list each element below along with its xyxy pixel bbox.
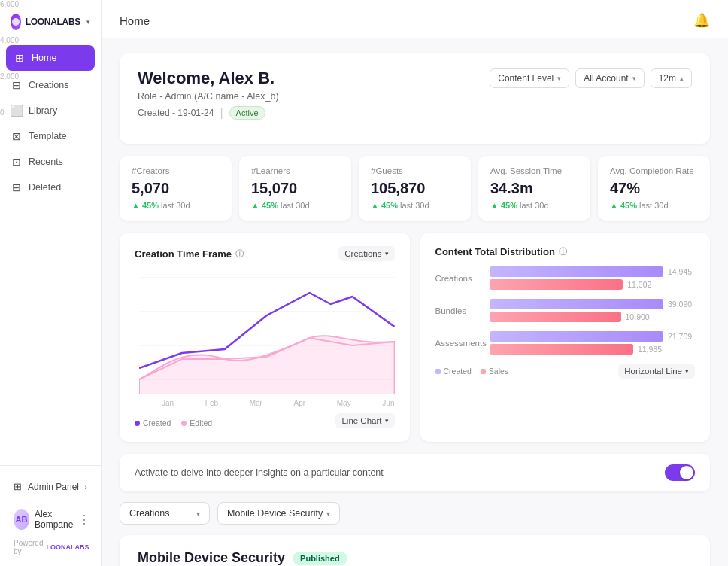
chart-legend: Created Edited bbox=[135, 418, 212, 428]
stat-label: Avg. Completion Rate bbox=[610, 166, 698, 175]
toggle-knob bbox=[680, 466, 693, 479]
bar-sales bbox=[490, 279, 623, 290]
content-area: Welcome, Alex B. Role - Admin (A/C name … bbox=[102, 38, 728, 566]
stat-card: #Guests 105,870 ▲ 45% last 30d bbox=[359, 156, 471, 221]
bar-group: Creations 14,945 11,002 bbox=[435, 266, 696, 290]
content-title-row: Mobile Device Security Published bbox=[138, 550, 692, 566]
category-select[interactable]: Creations ▾ bbox=[120, 502, 210, 525]
sidebar-item-label: Deleted bbox=[29, 182, 61, 193]
logo-caret[interactable]: ▾ bbox=[86, 18, 90, 26]
bar-sales bbox=[490, 344, 633, 355]
notification-icon[interactable]: 🔔 bbox=[693, 12, 710, 29]
legend-edited: Edited bbox=[181, 418, 212, 428]
chevron-down-icon: ▾ bbox=[557, 75, 561, 82]
bars-col: 21,709 11,985 bbox=[490, 331, 696, 355]
admin-panel-label: Admin Panel bbox=[28, 482, 79, 492]
stat-change: ▲ 45% last 30d bbox=[610, 201, 698, 210]
welcome-info: Welcome, Alex B. Role - Admin (A/C name … bbox=[138, 68, 279, 120]
stat-card: #Creators 5,070 ▲ 45% last 30d bbox=[120, 156, 232, 221]
bar-value-sales: 10,900 bbox=[626, 312, 653, 321]
stat-value: 47% bbox=[610, 180, 698, 197]
sidebar-item-recents[interactable]: ⊡ Recents bbox=[0, 149, 101, 175]
stat-change: ▲ 45% last 30d bbox=[132, 201, 220, 210]
bar-group: Bundles 39,090 10,900 bbox=[435, 299, 696, 322]
all-account-filter[interactable]: All Account ▾ bbox=[575, 68, 644, 88]
bar-wrap-sales: 10,900 bbox=[490, 312, 696, 322]
stat-change: ▲ 45% last 30d bbox=[490, 201, 578, 210]
bar-created bbox=[490, 299, 664, 309]
bar-label: Assessments bbox=[435, 339, 490, 348]
status-badge: Active bbox=[229, 106, 265, 120]
chart-footer: Created Edited Line Chart ▾ bbox=[135, 413, 395, 428]
main-content: Home 🔔 Welcome, Alex B. Role - Admin (A/… bbox=[102, 0, 728, 566]
stat-card: #Learners 15,070 ▲ 45% last 30d bbox=[239, 156, 351, 221]
filter-row: Content Level ▾ All Account ▾ 12m ▴ bbox=[490, 68, 692, 88]
bar-wrap-sales: 11,002 bbox=[490, 279, 696, 290]
welcome-meta: Created - 19-01-24 | Active bbox=[138, 106, 279, 120]
sidebar-item-home[interactable]: ⊞ Home bbox=[6, 45, 95, 71]
user-name: Alex Bompane bbox=[35, 509, 78, 530]
admin-panel-icon: ⊞ bbox=[14, 481, 22, 492]
sidebar-item-deleted[interactable]: ⊟ Deleted bbox=[0, 175, 101, 200]
sidebar-item-label: Library bbox=[29, 105, 57, 116]
welcome-name: Welcome, Alex B. bbox=[138, 68, 279, 88]
stat-change: ▲ 45% last 30d bbox=[371, 201, 459, 210]
insights-toggle[interactable] bbox=[665, 464, 695, 481]
bar-value-created: 21,709 bbox=[668, 332, 695, 341]
chart-title: Creation Time Frame ⓘ bbox=[135, 248, 244, 260]
period-filter[interactable]: 12m ▴ bbox=[651, 68, 692, 88]
stat-label: #Guests bbox=[371, 166, 459, 175]
powered-by: Powered by LOONALABS bbox=[8, 534, 93, 557]
bar-value-sales: 11,985 bbox=[638, 345, 665, 354]
bar-chart-footer: Created Sales Horizontal Line ▾ bbox=[435, 364, 696, 379]
content-title: Mobile Device Security bbox=[138, 550, 285, 566]
bar-legend: Created Sales bbox=[435, 367, 509, 376]
chevron-down-icon: ▾ bbox=[685, 367, 689, 375]
stat-card: Avg. Session Time 34.3m ▲ 45% last 30d bbox=[478, 156, 590, 221]
charts-row: Creation Time Frame ⓘ Creations ▾ 6,000 … bbox=[120, 233, 710, 442]
chevron-down-icon: ▾ bbox=[632, 75, 636, 82]
x-axis-labels: Jan Feb Mar Apr May Jun bbox=[162, 399, 395, 407]
chevron-down-icon: ▾ bbox=[385, 250, 389, 257]
recents-icon: ⊡ bbox=[11, 156, 23, 168]
info-icon[interactable]: ⓘ bbox=[559, 246, 567, 257]
admin-panel-button[interactable]: ⊞ Admin Panel › bbox=[8, 475, 93, 498]
creation-time-frame-card: Creation Time Frame ⓘ Creations ▾ 6,000 … bbox=[120, 233, 410, 442]
admin-panel-chevron: › bbox=[84, 482, 87, 491]
welcome-top: Welcome, Alex B. Role - Admin (A/C name … bbox=[138, 68, 692, 120]
sidebar-item-label: Template bbox=[29, 131, 67, 142]
stat-label: #Creators bbox=[132, 166, 220, 175]
chevron-down-icon: ▾ bbox=[196, 510, 200, 518]
welcome-role: Role - Admin (A/C name - Alex_b) bbox=[138, 91, 279, 102]
bar-group: Assessments 21,709 11,985 bbox=[435, 331, 696, 355]
line-chart-area: 6,000 4,000 2,000 0 bbox=[135, 270, 395, 407]
horizontal-line-button[interactable]: Horizontal Line ▾ bbox=[618, 364, 695, 379]
bar-chart-area: Creations 14,945 11,002 Bundles 39,090 bbox=[435, 266, 696, 355]
content-distribution-card: Content Total Distribution ⓘ Creations 1… bbox=[420, 233, 711, 442]
user-row: AB Alex Bompane ⋮ bbox=[8, 504, 93, 534]
bars-col: 14,945 11,002 bbox=[490, 266, 696, 290]
sidebar-bottom: ⊞ Admin Panel › AB Alex Bompane ⋮ Powere… bbox=[0, 465, 101, 566]
chart-header: Creation Time Frame ⓘ Creations ▾ bbox=[135, 246, 395, 261]
admin-panel-left: ⊞ Admin Panel bbox=[14, 481, 79, 492]
item-select[interactable]: Mobile Device Security ▾ bbox=[217, 502, 340, 525]
line-chart-type-button[interactable]: Line Chart ▾ bbox=[335, 413, 394, 428]
bar-wrap-created: 39,090 bbox=[490, 299, 696, 309]
content-level-filter[interactable]: Content Level ▾ bbox=[490, 68, 569, 88]
bar-label: Bundles bbox=[435, 306, 490, 315]
creations-filter-button[interactable]: Creations ▾ bbox=[338, 246, 394, 261]
main-header: Home 🔔 bbox=[102, 0, 728, 38]
dist-chart-title: Content Total Distribution ⓘ bbox=[435, 246, 567, 257]
content-detail-card: Mobile Device Security Published Created… bbox=[120, 535, 710, 566]
bar-wrap-created: 14,945 bbox=[490, 266, 696, 277]
welcome-card: Welcome, Alex B. Role - Admin (A/C name … bbox=[120, 53, 710, 144]
page-title: Home bbox=[120, 14, 150, 36]
user-menu-button[interactable]: ⋮ bbox=[78, 513, 90, 527]
insights-text: Activate to delve into deeper insights o… bbox=[135, 467, 384, 478]
info-icon[interactable]: ⓘ bbox=[235, 248, 244, 260]
logo-text: LOONALABS bbox=[26, 17, 80, 27]
stat-label: #Learners bbox=[251, 166, 339, 175]
sidebar-item-template[interactable]: ⊠ Template bbox=[0, 123, 101, 149]
sidebar-item-label: Recents bbox=[29, 157, 63, 167]
chevron-down-icon: ▾ bbox=[326, 510, 330, 518]
